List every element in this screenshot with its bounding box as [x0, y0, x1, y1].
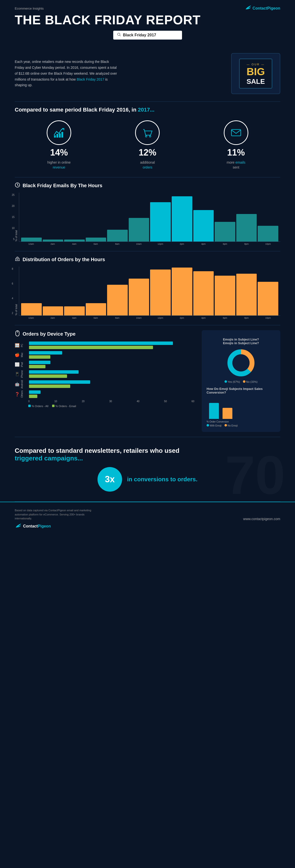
mac-icon: 🍎 [15, 352, 20, 357]
emoji-donut-wrapper: Emojis in Subject Line? Emojis in Subjec… [206, 338, 275, 383]
orders-bar-12am [21, 267, 42, 315]
emoji-impact: How Do Emoji Subjects Impact Sales Conve… [206, 387, 275, 427]
iphone-label: iPhone [21, 370, 23, 378]
email-bar-6pm [215, 193, 235, 242]
pc-icon: 🪟 [15, 343, 20, 348]
header-logo: ContactPigeon [244, 5, 280, 12]
sale-our: — OUR — [246, 63, 265, 66]
header-logo-text: ContactPigeon [253, 6, 280, 10]
device-legend: % Orders - All % Orders - Email [15, 405, 194, 408]
ipad-label: iPad [21, 362, 23, 367]
email-bar-4pm [193, 193, 214, 242]
impact-legend: With Emoji No Emoji [206, 424, 275, 427]
mouse-icon [15, 330, 20, 338]
ipad-bar-all [29, 361, 51, 364]
no-emoji-bar [223, 408, 232, 419]
mac-bar-email [29, 355, 51, 359]
emoji-donut-legend: Yes (67%) No (33%) [225, 380, 258, 383]
legend-dot-email [52, 405, 55, 407]
android-bar-all [29, 380, 90, 384]
ipad-icon: ⬜ [15, 362, 20, 367]
emoji-section: Emojis in Subject Line? Emojis in Subjec… [202, 330, 280, 432]
email-chart-title: Black Friday Emails By The Hours [15, 182, 280, 189]
orders-bar-4pm [193, 267, 214, 315]
revenue-icon [47, 120, 71, 145]
device-row-iphone: 📱 iPhone [15, 370, 194, 378]
device-row-android: 🤖 Android [15, 380, 194, 389]
pc-bar-email [29, 346, 153, 349]
legend-email-label: % Orders - Email [56, 405, 76, 408]
monitor-frame: — OUR — BIG SALE [239, 59, 272, 89]
email-bar-6am [86, 193, 106, 242]
email-chart-label: Black Friday Emails By The Hours [23, 183, 102, 188]
email-bar-2pm [172, 193, 192, 242]
emoji-donut-chart [225, 347, 257, 379]
orders-bar-10am [129, 267, 149, 315]
email-bar-12pm [150, 193, 171, 242]
orders-bar-8pm [236, 267, 257, 315]
footer: Based on data captured via ContactPigeon… [0, 502, 295, 535]
no-emoji-legend-dot [225, 424, 227, 427]
orders-y-label: % of total [15, 304, 18, 315]
search-input-wrapper[interactable]: Black Friday 2017 [113, 31, 182, 39]
multiplier-row: 3x in conversions to orders. [15, 467, 280, 492]
email-bar-12am [21, 193, 42, 242]
donut-yes-label: Yes (67%) [228, 380, 240, 383]
device-x-axis: 0102030405060 [15, 400, 194, 403]
orders-bar-8am [107, 267, 128, 315]
pc-label: PC [21, 344, 23, 347]
orders-bar-2pm [172, 267, 192, 315]
others-bar-all [29, 391, 40, 394]
search-bar: Black Friday 2017 [15, 31, 280, 39]
device-row-others: ❓ Others [15, 391, 194, 398]
mac-bar-all [29, 351, 62, 354]
emoji-impact-bars [206, 397, 275, 419]
orders-bar-12pm [150, 267, 171, 315]
triggered-title: Compared to standard newsletters, retail… [15, 447, 280, 462]
emoji-donut-title: Emojis in Subject Line? Emojis in Subjec… [223, 338, 259, 345]
svg-rect-2 [54, 135, 56, 137]
mac-label: Mac [21, 352, 23, 357]
with-emoji-dot [206, 424, 209, 427]
legend-dot-all [28, 405, 31, 407]
svg-rect-5 [61, 132, 63, 137]
intro-text: Each year, online retailers make new rec… [15, 59, 118, 88]
order-conversion-label: % Order Conversion [206, 421, 275, 423]
footer-logo: ContactPigeon [15, 523, 93, 529]
android-bar-email [29, 384, 70, 388]
orders-desc: additionalorders [140, 160, 155, 170]
compare-title: Compared to same period Black Friday 201… [15, 106, 280, 113]
sale-sale: SALE [246, 78, 265, 86]
brand-name: Ecommerce Insights [15, 7, 44, 10]
basket-icon [15, 256, 20, 263]
with-emoji-bar [209, 403, 219, 419]
orders-icon [135, 120, 160, 145]
svg-line-11 [18, 185, 19, 185]
device-title: Orders by Device Type [15, 330, 194, 338]
emails-desc: more emailssent [227, 160, 245, 170]
legend-all-label: % Orders - All [32, 405, 48, 408]
iphone-bar-all [29, 370, 78, 374]
search-icon [117, 33, 121, 38]
multiplier-circle: 3x [98, 467, 122, 492]
svg-rect-3 [57, 134, 58, 137]
with-emoji-label: With Emoji [210, 424, 222, 427]
device-bars: 🪟 PC 🍎 Mac [15, 341, 194, 398]
iphone-bar-email [29, 374, 67, 378]
svg-point-6 [145, 135, 147, 137]
device-chart: Orders by Device Type 🪟 PC 🍎 Mac [15, 330, 194, 432]
header: Ecommerce Insights ContactPigeon THE BLA… [0, 0, 295, 46]
footer-disclaimer: Based on data captured via ContactPigeon… [15, 508, 93, 521]
footer-logo-text: ContactPigeon [23, 524, 51, 528]
highlight-text: Black Friday 2017 [77, 78, 104, 81]
intro-section: Each year, online retailers make new rec… [0, 46, 295, 101]
orders-bar-2am [43, 267, 63, 315]
orders-chart-section: Distribution of Orders by the Hours % of… [0, 251, 295, 325]
android-label: Android [21, 380, 23, 389]
search-value: Black Friday 2017 [123, 33, 156, 37]
multiplier-value: 3x [105, 474, 115, 485]
email-chart-section: Black Friday Emails By The Hours % of to… [0, 177, 295, 251]
device-emoji-section: Orders by Device Type 🪟 PC 🍎 Mac [0, 325, 295, 437]
others-icon: ❓ [15, 392, 20, 397]
orders-bar-4am [64, 267, 85, 315]
